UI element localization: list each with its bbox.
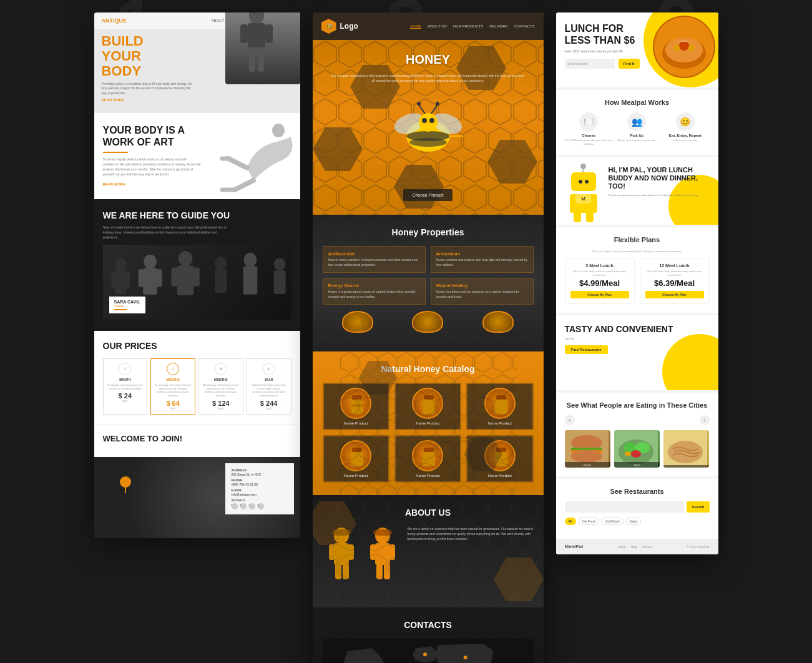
price-cards: 1 MONTH 2 trainings, swimming pool, gym … [103,358,291,414]
honey-nav-products[interactable]: OUR PRODUCTS [453,24,484,29]
honey-prop-text-2: Honey contains antioxidants that help fi… [436,258,528,267]
fitness-welcome-section: WELCOME TO JOIN! [94,425,300,457]
mealpal-hero-image [643,12,718,81]
honey-nav-home[interactable]: HOME [410,24,421,29]
honey-prop-text-4: Honey has been used for centuries as a t… [436,290,528,299]
product-jar-2 [413,389,444,420]
fitness-column: ANTIQUE ABOUT TRAINERS PRICES CONTACTS B… [94,12,300,538]
honey-product-2[interactable]: Name Product [394,383,461,430]
fitness-read-more[interactable]: READ MORE [102,98,293,102]
filter-all[interactable]: All [565,518,576,525]
city-label-1: Burger [565,462,610,468]
price-period-1: MONTH [107,378,144,381]
price-buy-4[interactable]: BUY [251,407,287,410]
svg-rect-76 [348,544,354,560]
svg-rect-24 [215,269,227,293]
footer-link-3[interactable]: Privacy [642,545,652,549]
honey-product-3[interactable]: Name Product [466,383,533,430]
honey-logo: 🐝 Logo [321,19,358,34]
cities-prev-arrow[interactable]: ‹ [565,415,575,425]
mealpal-find-btn[interactable]: Find It [619,59,640,69]
robot-left-eye [579,180,582,184]
honey-hero: HONEY Our company specializes in the exc… [313,40,544,215]
plan-3meal-btn[interactable]: Choose My Plan [570,291,629,298]
mealpal-cities-grid: Burger Salad [565,430,710,468]
youtube-icon[interactable]: y [258,503,264,509]
mealpal-hero-sub: Over 1000 restaurants nearby you with $6 [565,49,646,54]
honey-contacts-section: CONTACTS [313,607,544,663]
robot-screen: M [575,194,591,204]
honey-product-4[interactable]: Name Product [323,435,389,483]
footer-link-1[interactable]: About [618,545,626,549]
honey-product-6[interactable]: Name Product [466,435,533,483]
footer-link-2[interactable]: Help [631,545,637,549]
price-buy-3[interactable]: BUY [203,407,239,410]
honey-product-name-3: Name Product [471,421,528,425]
honey-nav-delivery[interactable]: DELIVERY [489,24,508,29]
restaurant-filters: All Hot Food Cold Food Salad [565,518,710,525]
robot-leg-right [586,213,594,222]
filter-salad[interactable]: Salad [626,518,642,525]
nav-about[interactable]: ABOUT [212,19,225,22]
filter-hot[interactable]: Hot Food [579,518,599,525]
svg-rect-56 [352,395,362,400]
honey-catalog-title: Natural Honey Catalog [323,364,534,374]
honey-contacts-title: CONTACTS [323,620,534,630]
address-value: 200 Street St. in NYC [232,473,288,476]
price-buy-1[interactable]: BUY [107,400,144,403]
twitter-icon[interactable]: t [240,503,247,509]
main-container: ANTIQUE ABOUT TRAINERS PRICES CONTACTS B… [0,0,812,663]
mealpal-tasty-title: TASTY AND CONVENIENT [565,324,710,335]
svg-point-95 [688,45,695,51]
honey-bowl-1 [342,311,373,333]
facebook-icon[interactable]: f [232,503,238,509]
svg-rect-4 [249,47,255,72]
robot-antenna [582,166,584,172]
price-buy-2[interactable]: BUY [155,407,191,410]
cities-next-arrow[interactable]: › [700,415,710,425]
svg-point-93 [679,41,689,51]
honey-nav-about[interactable]: ABOUT US [428,24,447,29]
socials-label: SOCIALS [232,498,288,502]
plan-card-12meal: 12 Meal Lunch Up to 12 meals daily, subs… [640,258,710,304]
honey-prop-3: Energy Source Honey is a great natural s… [323,278,426,305]
svg-rect-61 [496,395,506,400]
svg-point-19 [178,251,192,267]
body-image [225,12,300,84]
honey-about-section: ABOUT US [313,495,544,607]
fitness-section3: WE ARE HERE TO GUIDE YOU Team of expert … [94,199,300,331]
svg-rect-64 [423,451,435,466]
svg-rect-66 [495,451,507,466]
honey-product-1[interactable]: Name Product [323,383,389,430]
svg-rect-62 [351,451,363,466]
mealpal-zip-input[interactable]: Enter zip code [565,59,615,69]
honey-bowl-2 [412,311,443,333]
step-pickup-desc: Skip the line and pick up your order [613,139,661,142]
mealpal-robot-text: HI, I'M PAL, YOUR LUNCH BUDDY AND NOW DI… [609,166,710,197]
honey-choose-btn[interactable]: Choose Product [403,189,452,201]
step-choose-title: Choose [565,134,613,137]
honey-properties-section: Honey Properties Antibacterial Natural h… [313,215,544,351]
city-label-3 [663,465,709,468]
honey-prop-2: Antioxidant Honey contains antioxidants … [431,246,534,273]
restaurant-search-input[interactable] [565,501,685,513]
honey-hero-text: Our company specializes in the exclusive… [313,73,544,83]
mealpal-how-title: How Mealpal Works [565,99,710,106]
instagram-icon[interactable]: i [249,503,255,509]
fitness-s2-read-more[interactable]: READ MORE [103,182,126,186]
filter-cold[interactable]: Cold Food [601,518,623,525]
mealpal-plans-section: Flexible Plans Plans are simple, easy an… [556,227,718,313]
honey-nav-contacts[interactable]: CONTACTS [514,24,535,29]
honey-product-5[interactable]: Name Product [394,435,461,483]
bee-illustration [366,86,491,180]
plan-3meal-title: 3 Meal Lunch [570,263,629,268]
plan-12meal-btn[interactable]: Choose My Plan [645,291,704,298]
mealpal-find-restaurants-btn[interactable]: Find Restaurants [565,345,608,354]
honey-product-name-5: Name Product [399,474,456,478]
restaurant-search-btn[interactable]: Search [687,501,709,513]
robot-head [571,172,596,191]
step-choose-desc: Over 1000 restaurants offering meals eve… [565,139,613,146]
plan-12meal-price: $6.39/Meal [645,278,704,288]
mealpal-footer-links: About Help Privacy [618,545,653,549]
mealpal-robot-desc: I'll spot your preferences and make deal… [609,194,710,197]
